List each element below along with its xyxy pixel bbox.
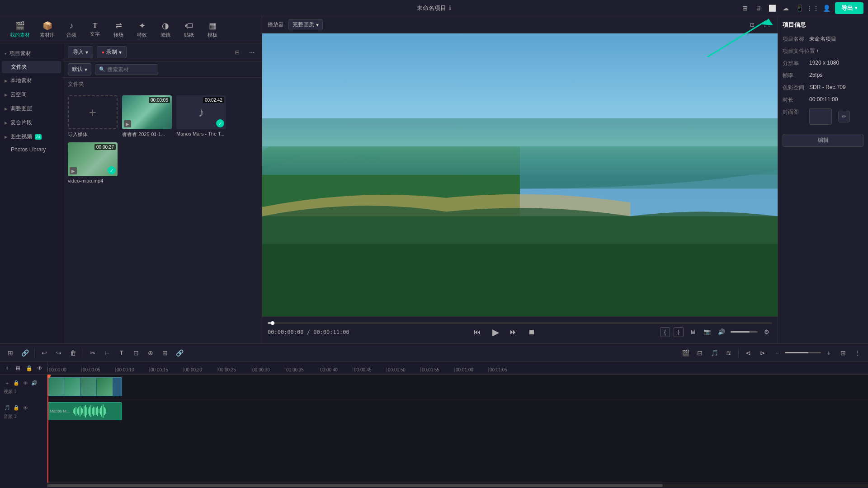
grid-icon[interactable]: ⊞: [740, 3, 750, 13]
redo-button[interactable]: ↪: [53, 347, 65, 359]
tl-tracks-icon[interactable]: ⊞: [5, 347, 16, 359]
record-button[interactable]: ● 录制 ▾: [97, 46, 127, 58]
media-thumb-audio1[interactable]: 00:02:42 ♪ ✓: [176, 95, 226, 129]
scrollbar-thumb[interactable]: [47, 484, 663, 487]
import-media-item[interactable]: + 导入媒体: [68, 95, 118, 138]
sidebar-section-cloud[interactable]: ▶ 云空间: [0, 88, 63, 101]
filter-icon[interactable]: ⊟: [232, 47, 243, 58]
toolbar-assets[interactable]: 📦 素材库: [35, 19, 59, 40]
sidebar-section-project-assets[interactable]: ▾ 项目素材: [0, 47, 63, 60]
snap-button[interactable]: ⊟: [694, 347, 706, 359]
audio-clip-1[interactable]: Manos M...: [47, 402, 122, 420]
preview-split-icon[interactable]: ⊡: [747, 19, 758, 30]
prev-frame-button[interactable]: ⏮: [471, 326, 484, 338]
sidebar-item-files[interactable]: 文件夹: [2, 61, 61, 73]
zoom-out-button[interactable]: −: [771, 347, 783, 359]
tl-link-icon[interactable]: 🔗: [19, 347, 31, 359]
audio-add-icon[interactable]: 🎵: [4, 404, 11, 412]
video-add-icon[interactable]: +: [4, 380, 11, 387]
screen-button[interactable]: 🖥: [687, 327, 698, 338]
audio-btn[interactable]: 🎵: [708, 347, 720, 359]
play-button[interactable]: ▶: [489, 326, 502, 338]
volume-slider[interactable]: [731, 331, 758, 333]
out-point-button[interactable]: }: [674, 327, 684, 337]
group-button[interactable]: ⊞: [159, 347, 171, 359]
audio-lock-icon[interactable]: 🔒: [13, 404, 20, 412]
sidebar-item-photos-library[interactable]: Photos Library: [2, 144, 61, 155]
toolbar-text[interactable]: T 文字: [84, 20, 106, 39]
next-frame-button[interactable]: ⏭: [507, 326, 520, 338]
scrollbar-track[interactable]: [47, 484, 868, 487]
toolbar-audio[interactable]: ♪ 音频: [60, 19, 83, 40]
apps-icon[interactable]: ⋮⋮: [808, 3, 818, 13]
ripple-button[interactable]: 🎬: [679, 347, 691, 359]
cloud-icon[interactable]: ☁: [781, 3, 791, 13]
title-button[interactable]: T: [116, 347, 127, 359]
toolbar-transitions[interactable]: ⇌ 转场: [107, 19, 130, 40]
crop-button[interactable]: ⊡: [130, 347, 142, 359]
quality-selector[interactable]: 完整画质 ▾: [288, 19, 323, 30]
camera-button[interactable]: 📷: [702, 327, 712, 338]
plus-icon: +: [89, 105, 96, 120]
import-button[interactable]: 导入 ▾: [68, 46, 93, 58]
sidebar-section-adjust[interactable]: ▶ 调整图层: [0, 102, 63, 115]
video-volume-icon[interactable]: 🔊: [31, 380, 38, 387]
toolbar-stickers[interactable]: 🏷 贴纸: [178, 19, 200, 40]
sidebar-section-compound[interactable]: ▶ 复合片段: [0, 116, 63, 129]
settings-button[interactable]: ⚙: [761, 327, 772, 338]
cover-edit-icon-btn[interactable]: ✏: [838, 111, 850, 122]
mask-button[interactable]: ⊕: [145, 347, 156, 359]
more-icon[interactable]: ⋯: [246, 47, 257, 58]
split-button[interactable]: ⊢: [101, 347, 113, 359]
audio-clip-label: Manos M...: [50, 409, 70, 413]
media-thumb-video2[interactable]: 00:00:27 ▶ ✓: [68, 142, 118, 176]
stop-button[interactable]: ⏹: [525, 326, 538, 338]
toolbar-filters[interactable]: ◑ 滤镜: [154, 19, 177, 40]
toolbar-templates[interactable]: ▦ 模板: [201, 19, 224, 40]
toolbar-effects[interactable]: ✦ 特效: [131, 19, 153, 40]
undo-button[interactable]: ↩: [38, 347, 50, 359]
progress-bar[interactable]: [268, 322, 772, 324]
cut-button[interactable]: ✂: [87, 347, 99, 359]
audio-track-content[interactable]: Manos M...: [47, 399, 868, 424]
view-toggle-button[interactable]: ⊞: [837, 347, 849, 359]
sidebar-section-local-assets[interactable]: ▶ 本地素材: [0, 74, 63, 87]
link-button[interactable]: 🔗: [174, 347, 185, 359]
sidebar: ▾ 项目素材 文件夹 ▶ 本地素材 ▶ 云空间 ▶: [0, 43, 63, 343]
in-point-button[interactable]: {: [660, 327, 670, 337]
sidebar-section-ai-video[interactable]: ▶ 图生视频 AI: [0, 130, 63, 143]
preview-fullscreen-icon[interactable]: ⛶: [761, 19, 772, 30]
phone-icon[interactable]: 📱: [794, 3, 804, 13]
audio-wave-btn[interactable]: ≋: [723, 347, 735, 359]
audio-hide-icon[interactable]: 👁: [22, 404, 29, 412]
zoom-in-button[interactable]: +: [823, 347, 835, 359]
window-icon[interactable]: ⬜: [767, 3, 777, 13]
track-options-icon[interactable]: ⊞: [14, 362, 23, 374]
edit-project-button[interactable]: 编辑: [783, 134, 863, 147]
user-icon[interactable]: 👤: [821, 3, 831, 13]
monitor-icon[interactable]: 🖥: [754, 3, 764, 13]
video-clip-1[interactable]: [47, 377, 122, 396]
export-button[interactable]: 导出 ▾: [835, 2, 863, 14]
volume-button[interactable]: 🔊: [716, 327, 727, 338]
media-thumb-video1[interactable]: 00:00:05 ▶: [122, 95, 172, 129]
media-item-audio1[interactable]: 00:02:42 ♪ ✓ Manos Mars - The T...: [176, 95, 226, 138]
more-timeline-btn[interactable]: ⋮: [852, 347, 863, 359]
next-clip-btn[interactable]: ⊳: [757, 347, 769, 359]
toolbar-my-assets[interactable]: 🎬 我的素材: [5, 19, 34, 40]
prev-clip-btn[interactable]: ⊲: [742, 347, 754, 359]
delete-button[interactable]: 🗑: [67, 347, 79, 359]
lock-tracks-icon[interactable]: 🔒: [24, 362, 33, 374]
sort-button[interactable]: 默认 ▾: [68, 63, 91, 75]
video-track-content[interactable]: [47, 375, 868, 399]
add-track-icon[interactable]: +: [3, 362, 12, 374]
media-item-video1[interactable]: 00:00:05 ▶ 睿睿睿 2025-01-1...: [122, 95, 172, 138]
media-item-video2[interactable]: 00:00:27 ▶ ✓ video-miao.mp4: [68, 142, 118, 183]
video-lock-icon[interactable]: 🔒: [13, 380, 20, 387]
search-input[interactable]: [107, 66, 152, 73]
import-placeholder-thumb[interactable]: +: [68, 95, 118, 129]
zoom-slider[interactable]: [785, 352, 821, 353]
files-section-label: 文件夹: [63, 78, 262, 91]
track-view-icon[interactable]: 👁: [35, 362, 44, 374]
video-hide-icon[interactable]: 👁: [22, 380, 29, 387]
